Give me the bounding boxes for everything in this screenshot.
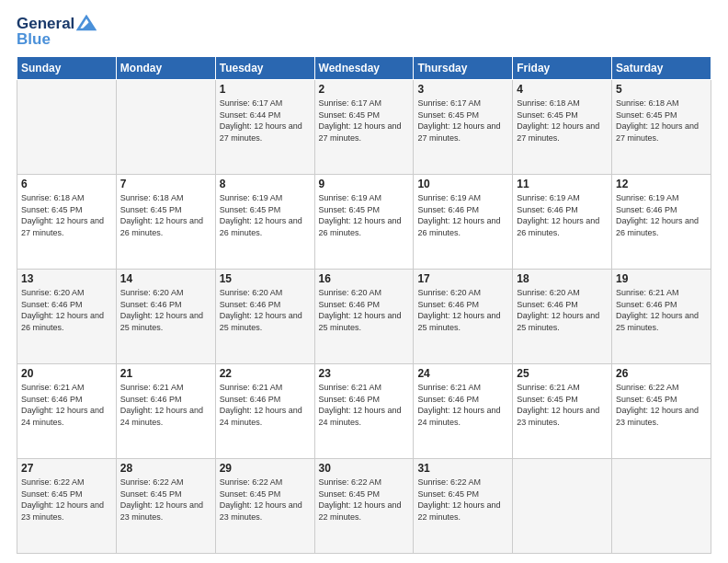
day-number: 24: [417, 367, 508, 380]
day-number: 4: [517, 83, 608, 96]
week-row-5: 27Sunrise: 6:22 AMSunset: 6:45 PMDayligh…: [17, 459, 711, 554]
day-cell: 2Sunrise: 6:17 AMSunset: 6:45 PMDaylight…: [314, 80, 414, 175]
day-info: Sunrise: 6:21 AMSunset: 6:46 PMDaylight:…: [21, 382, 112, 428]
day-cell: 10Sunrise: 6:19 AMSunset: 6:46 PMDayligh…: [414, 175, 513, 270]
day-cell: 25Sunrise: 6:21 AMSunset: 6:45 PMDayligh…: [513, 364, 612, 459]
day-info: Sunrise: 6:17 AMSunset: 6:45 PMDaylight:…: [417, 98, 508, 144]
week-row-3: 13Sunrise: 6:20 AMSunset: 6:46 PMDayligh…: [17, 270, 711, 364]
day-info: Sunrise: 6:22 AMSunset: 6:45 PMDaylight:…: [21, 477, 112, 523]
day-cell: 11Sunrise: 6:19 AMSunset: 6:46 PMDayligh…: [513, 175, 612, 270]
day-number: 19: [616, 272, 707, 285]
day-cell: 14Sunrise: 6:20 AMSunset: 6:46 PMDayligh…: [116, 270, 215, 364]
day-number: 2: [319, 83, 410, 96]
day-cell: 31Sunrise: 6:22 AMSunset: 6:45 PMDayligh…: [414, 459, 513, 554]
day-cell: 22Sunrise: 6:21 AMSunset: 6:46 PMDayligh…: [215, 364, 314, 459]
day-info: Sunrise: 6:18 AMSunset: 6:45 PMDaylight:…: [21, 192, 112, 238]
day-number: 8: [220, 178, 311, 190]
day-info: Sunrise: 6:18 AMSunset: 6:45 PMDaylight:…: [616, 98, 707, 144]
week-row-4: 20Sunrise: 6:21 AMSunset: 6:46 PMDayligh…: [17, 364, 711, 459]
day-info: Sunrise: 6:21 AMSunset: 6:45 PMDaylight:…: [517, 382, 608, 428]
day-header-sunday: Sunday: [17, 57, 117, 80]
day-cell: [612, 459, 711, 554]
day-number: 25: [517, 367, 608, 380]
day-info: Sunrise: 6:18 AMSunset: 6:45 PMDaylight:…: [517, 98, 608, 144]
day-info: Sunrise: 6:19 AMSunset: 6:45 PMDaylight:…: [220, 192, 311, 238]
day-number: 30: [319, 462, 410, 475]
day-info: Sunrise: 6:21 AMSunset: 6:46 PMDaylight:…: [319, 382, 410, 428]
day-number: 6: [21, 178, 112, 190]
day-cell: 9Sunrise: 6:19 AMSunset: 6:45 PMDaylight…: [314, 175, 414, 270]
day-info: Sunrise: 6:20 AMSunset: 6:46 PMDaylight:…: [517, 287, 608, 333]
day-info: Sunrise: 6:19 AMSunset: 6:46 PMDaylight:…: [417, 192, 508, 238]
day-number: 14: [120, 272, 211, 285]
day-number: 17: [417, 272, 508, 285]
day-header-saturday: Saturday: [612, 57, 711, 80]
day-cell: 8Sunrise: 6:19 AMSunset: 6:45 PMDaylight…: [215, 175, 314, 270]
week-row-1: 1Sunrise: 6:17 AMSunset: 6:44 PMDaylight…: [17, 80, 711, 175]
day-info: Sunrise: 6:21 AMSunset: 6:46 PMDaylight:…: [616, 287, 707, 333]
day-info: Sunrise: 6:20 AMSunset: 6:46 PMDaylight:…: [21, 287, 112, 333]
day-info: Sunrise: 6:22 AMSunset: 6:45 PMDaylight:…: [120, 477, 211, 523]
day-header-monday: Monday: [116, 57, 215, 80]
day-header-tuesday: Tuesday: [215, 57, 314, 80]
calendar-header-row: SundayMondayTuesdayWednesdayThursdayFrid…: [17, 57, 711, 80]
day-number: 31: [417, 462, 508, 475]
day-info: Sunrise: 6:17 AMSunset: 6:44 PMDaylight:…: [220, 98, 311, 144]
day-number: 23: [319, 367, 410, 380]
day-cell: 30Sunrise: 6:22 AMSunset: 6:45 PMDayligh…: [314, 459, 414, 554]
header: General Blue: [17, 15, 711, 49]
page: General Blue SundayMondayTuesdayWednesda…: [0, 0, 728, 563]
day-cell: 13Sunrise: 6:20 AMSunset: 6:46 PMDayligh…: [17, 270, 117, 364]
day-cell: 1Sunrise: 6:17 AMSunset: 6:44 PMDaylight…: [215, 80, 314, 175]
day-number: 26: [616, 367, 707, 380]
day-number: 27: [21, 462, 112, 475]
day-cell: 21Sunrise: 6:21 AMSunset: 6:46 PMDayligh…: [116, 364, 215, 459]
day-cell: [17, 80, 117, 175]
day-number: 11: [517, 178, 608, 190]
day-number: 13: [21, 272, 112, 285]
day-cell: 24Sunrise: 6:21 AMSunset: 6:46 PMDayligh…: [414, 364, 513, 459]
day-cell: 7Sunrise: 6:18 AMSunset: 6:45 PMDaylight…: [116, 175, 215, 270]
day-cell: 19Sunrise: 6:21 AMSunset: 6:46 PMDayligh…: [612, 270, 711, 364]
day-info: Sunrise: 6:19 AMSunset: 6:45 PMDaylight:…: [319, 192, 410, 238]
day-number: 15: [220, 272, 311, 285]
day-cell: [116, 80, 215, 175]
day-cell: [513, 459, 612, 554]
week-row-2: 6Sunrise: 6:18 AMSunset: 6:45 PMDaylight…: [17, 175, 711, 270]
day-header-friday: Friday: [513, 57, 612, 80]
logo-blue: Blue: [17, 30, 97, 49]
day-cell: 15Sunrise: 6:20 AMSunset: 6:46 PMDayligh…: [215, 270, 314, 364]
day-info: Sunrise: 6:20 AMSunset: 6:46 PMDaylight:…: [120, 287, 211, 333]
day-info: Sunrise: 6:22 AMSunset: 6:45 PMDaylight:…: [417, 477, 508, 523]
day-cell: 6Sunrise: 6:18 AMSunset: 6:45 PMDaylight…: [17, 175, 117, 270]
day-cell: 12Sunrise: 6:19 AMSunset: 6:46 PMDayligh…: [612, 175, 711, 270]
day-number: 29: [220, 462, 311, 475]
day-header-wednesday: Wednesday: [314, 57, 414, 80]
day-cell: 26Sunrise: 6:22 AMSunset: 6:45 PMDayligh…: [612, 364, 711, 459]
day-number: 22: [220, 367, 311, 380]
day-info: Sunrise: 6:19 AMSunset: 6:46 PMDaylight:…: [517, 192, 608, 238]
day-number: 12: [616, 178, 707, 190]
day-info: Sunrise: 6:21 AMSunset: 6:46 PMDaylight:…: [120, 382, 211, 428]
day-info: Sunrise: 6:22 AMSunset: 6:45 PMDaylight:…: [220, 477, 311, 523]
day-info: Sunrise: 6:21 AMSunset: 6:46 PMDaylight:…: [220, 382, 311, 428]
day-info: Sunrise: 6:22 AMSunset: 6:45 PMDaylight:…: [616, 382, 707, 428]
day-number: 10: [417, 178, 508, 190]
day-cell: 17Sunrise: 6:20 AMSunset: 6:46 PMDayligh…: [414, 270, 513, 364]
day-info: Sunrise: 6:21 AMSunset: 6:46 PMDaylight:…: [417, 382, 508, 428]
day-cell: 20Sunrise: 6:21 AMSunset: 6:46 PMDayligh…: [17, 364, 117, 459]
day-number: 16: [319, 272, 410, 285]
day-cell: 5Sunrise: 6:18 AMSunset: 6:45 PMDaylight…: [612, 80, 711, 175]
day-number: 21: [120, 367, 211, 380]
day-number: 5: [616, 83, 707, 96]
day-info: Sunrise: 6:20 AMSunset: 6:46 PMDaylight:…: [417, 287, 508, 333]
day-info: Sunrise: 6:22 AMSunset: 6:45 PMDaylight:…: [319, 477, 410, 523]
day-number: 20: [21, 367, 112, 380]
day-info: Sunrise: 6:19 AMSunset: 6:46 PMDaylight:…: [616, 192, 707, 238]
day-number: 3: [417, 83, 508, 96]
day-info: Sunrise: 6:20 AMSunset: 6:46 PMDaylight:…: [220, 287, 311, 333]
day-cell: 23Sunrise: 6:21 AMSunset: 6:46 PMDayligh…: [314, 364, 414, 459]
day-cell: 18Sunrise: 6:20 AMSunset: 6:46 PMDayligh…: [513, 270, 612, 364]
logo-icon: [76, 15, 97, 31]
day-cell: 28Sunrise: 6:22 AMSunset: 6:45 PMDayligh…: [116, 459, 215, 554]
